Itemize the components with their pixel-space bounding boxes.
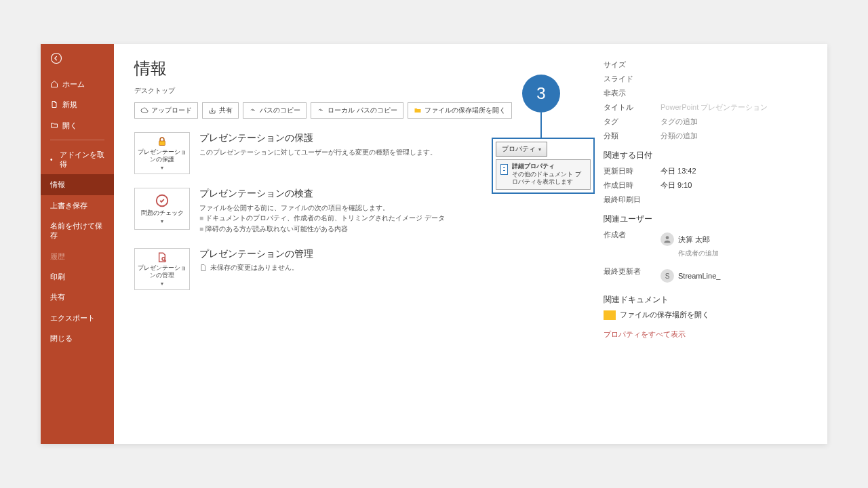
show-all-properties[interactable]: プロパティをすべて表示 [604,329,807,340]
sidebar-item-addin[interactable]: アドインを取得 [41,144,114,175]
lastmod-name: StreamLine_ [678,272,720,280]
lock-icon [155,136,170,147]
prop-label-title: タイトル [604,102,660,113]
sidebar-item-export[interactable]: エクスポート [41,308,114,328]
sidebar-label-saveas: 名前を付けて保存 [50,221,104,241]
svg-point-0 [52,54,62,64]
prop-val-tags[interactable]: タグの追加 [660,117,698,127]
sidebar-label-info: 情報 [50,180,65,189]
chevron-down-icon: ▾ [161,218,163,224]
sidebar-label-addin: アドインを取得 [60,150,104,169]
sidebar-label-history: 履歴 [50,251,65,261]
file-location: デスクトップ [134,86,576,96]
avatar-icon [660,232,674,246]
prop-val-modified: 今日 13:42 [660,166,696,176]
author-name: 決算 太郎 [678,235,710,245]
open-file-location[interactable]: ファイルの保存場所を開く [604,310,807,320]
prop-label-lastmod: 最終更新者 [604,266,660,285]
sidebar-label-export: エクスポート [50,313,95,323]
sidebar-label-open: 開く [62,121,77,130]
prop-label-printed: 最終印刷日 [604,195,660,205]
related-docs-header: 関連ドキュメント [604,294,807,306]
copy-local-path-button[interactable]: ローカル パスのコピー [311,102,403,119]
properties-dropdown-button[interactable]: プロパティ ▾ [496,142,547,157]
sidebar-item-history: 履歴 [41,246,114,266]
prop-label-author: 作成者 [604,230,660,258]
share-button[interactable]: 共有 [202,102,239,119]
inspect-section: 問題のチェック▾ プレゼンテーションの検査 ファイルを公開する前に、ファイルの次… [134,188,576,235]
prop-label-slides: スライド [604,74,660,84]
step-badge-3: 3 [522,75,560,113]
properties-dropdown-menu: 詳細プロパティ その他のドキュメント プロパティを表示します [496,159,591,190]
sidebar-item-info[interactable]: 情報 [41,174,114,195]
advanced-properties-item[interactable]: 詳細プロパティ その他のドキュメント プロパティを表示します [512,163,586,186]
properties-callout: プロパティ ▾ 詳細プロパティ その他のドキュメント プロパティを表示します [492,138,595,194]
inspect-bullet-2: 障碍のある方が読み取れない可能性がある内容 [199,224,576,235]
inspect-desc: ファイルを公開する前に、ファイルの次の項目を確認します。 [199,203,576,213]
new-icon [50,100,58,108]
prop-val-created: 今日 9:10 [660,180,692,190]
protect-tile[interactable]: プレゼンテーションの保護▾ [134,132,190,174]
action-button-row: アップロード 共有 パスのコピー ローカル パスのコピー ファイルの保存場所を開… [134,102,576,119]
manage-title: プレゼンテーションの管理 [199,248,576,260]
open-location-button[interactable]: ファイルの保存場所を開く [408,102,512,119]
sidebar-label-print: 印刷 [50,272,65,281]
inspect-bullet-1: ドキュメントのプロパティ、作成者の名前、トリミングされたイメージ データ [199,213,576,224]
prop-val-title: PowerPoint プレゼンテーション [660,102,768,113]
info-left-column: 情報 デスクトップ アップロード 共有 パスのコピー ローカル パスのコピー フ… [134,58,576,430]
manage-section: プレゼンテーションの管理▾ プレゼンテーションの管理 未保存の変更はありません。 [134,248,576,290]
manage-tile[interactable]: プレゼンテーションの管理▾ [134,248,190,290]
link-icon [249,106,257,115]
prop-label-category: 分類 [604,131,660,141]
chevron-down-icon: ▾ [161,165,163,171]
sidebar-item-save[interactable]: 上書き保存 [41,195,114,216]
cloud-upload-icon [140,106,149,115]
sidebar-item-open[interactable]: 開く [41,115,114,136]
prop-val-category[interactable]: 分類の追加 [660,131,698,141]
upload-button[interactable]: アップロード [134,102,198,119]
properties-icon [500,164,508,175]
sidebar-label-home: ホーム [62,79,85,89]
svg-point-4 [666,236,669,239]
inspect-tile[interactable]: 問題のチェック▾ [134,188,190,230]
manage-icon [155,251,170,263]
backstage-window: ホーム 新規 開く アドインを取得 情報 上書き保存 名前を付けて保存 履歴 印… [41,44,827,444]
share-icon [208,106,216,115]
document-icon [199,264,208,272]
sidebar-item-home[interactable]: ホーム [41,74,114,94]
chevron-down-icon: ▾ [161,281,163,287]
folder-icon [414,106,422,115]
home-icon [50,80,58,88]
sidebar-label-save: 上書き保存 [50,201,87,210]
sidebar-item-new[interactable]: 新規 [41,94,114,115]
add-author[interactable]: 作成者の追加 [678,249,719,258]
prop-label-size: サイズ [604,60,660,70]
sidebar-label-share: 共有 [50,292,65,302]
backstage-sidebar: ホーム 新規 開く アドインを取得 情報 上書き保存 名前を付けて保存 履歴 印… [41,44,114,444]
prop-label-modified: 更新日時 [604,166,660,176]
open-icon [50,121,58,129]
check-issues-icon [155,193,170,208]
sidebar-item-share[interactable]: 共有 [41,287,114,307]
related-users-header: 関連ユーザー [604,214,807,225]
avatar-initial: S [660,269,674,283]
author-row[interactable]: 決算 太郎 [660,232,719,246]
manage-none: 未保存の変更はありません。 [199,263,576,272]
prop-label-tags: タグ [604,117,660,127]
sidebar-item-print[interactable]: 印刷 [41,266,114,287]
page-title: 情報 [134,58,576,79]
chevron-down-icon: ▾ [538,146,541,152]
back-button[interactable] [41,44,114,74]
properties-column: サイズ スライド 非表示 タイトルPowerPoint プレゼンテーション タグ… [604,58,807,430]
copy-path-button[interactable]: パスのコピー [243,102,307,119]
sidebar-label-new: 新規 [62,100,77,109]
folder-icon [604,310,616,320]
main-area: 情報 デスクトップ アップロード 共有 パスのコピー ローカル パスのコピー フ… [114,44,827,444]
step-connector-line [540,113,542,138]
sidebar-label-close: 閉じる [50,333,73,343]
lastmod-row[interactable]: S StreamLine_ [660,269,720,283]
svg-rect-1 [159,141,165,146]
sidebar-item-saveas[interactable]: 名前を付けて保存 [41,216,114,246]
sidebar-item-close[interactable]: 閉じる [41,328,114,348]
related-dates-header: 関連する日付 [604,150,807,161]
